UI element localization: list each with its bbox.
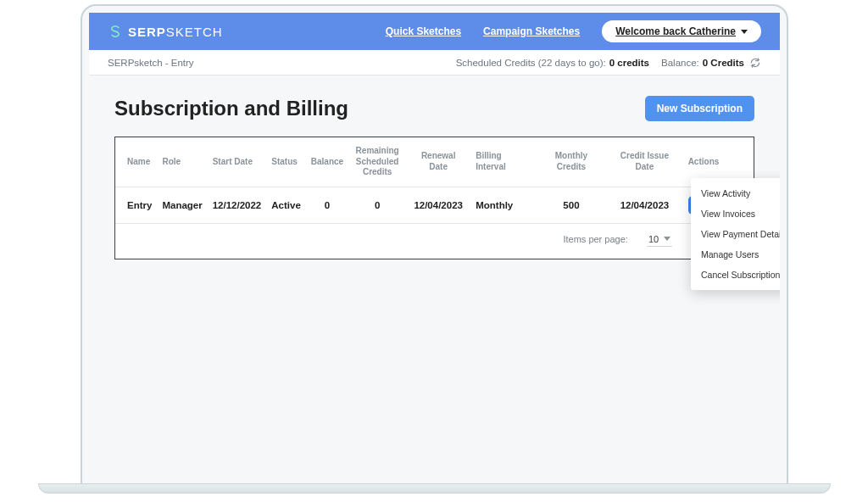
- col-role: Role: [157, 137, 207, 187]
- page-title: Subscription and Billing: [114, 97, 348, 120]
- status-bar: SERPsketch - Entry Scheduled Credits (22…: [89, 50, 780, 75]
- nav-quick-sketches[interactable]: Quick Sketches: [386, 25, 461, 37]
- breadcrumb: SERPsketch - Entry: [108, 58, 194, 68]
- scheduled-credits-value: 0 credits: [609, 58, 649, 68]
- user-menu-button[interactable]: Welcome back Catherine: [602, 20, 761, 42]
- table-pagination: Items per page: 10 1 – 1 of 1: [115, 224, 754, 259]
- new-subscription-button[interactable]: New Subscription: [645, 96, 754, 121]
- col-billing-interval: Billing Interval: [470, 137, 537, 187]
- balance-value: 0 Credits: [703, 58, 744, 68]
- menu-view-invoices[interactable]: View Invoices: [691, 204, 780, 224]
- table-row: Entry Manager 12/12/2022 Active 0 0 12/0…: [115, 187, 754, 223]
- cell-remaining-credits: 0: [348, 187, 406, 223]
- menu-manage-users[interactable]: Manage Users: [691, 244, 780, 265]
- menu-view-payment-details[interactable]: View Payment Details: [691, 224, 780, 244]
- col-renewal-date: Renewal Date: [406, 137, 470, 187]
- cell-role: Manager: [157, 187, 207, 223]
- actions-dropdown-menu: View Activity View Invoices View Payment…: [691, 178, 780, 290]
- col-name: Name: [115, 137, 157, 187]
- cell-balance: 0: [306, 187, 348, 223]
- items-per-page-select[interactable]: 10: [647, 232, 672, 247]
- welcome-text: Welcome back Catherine: [615, 25, 736, 37]
- cell-monthly-credits: 500: [537, 187, 607, 223]
- cell-renewal-date: 12/04/2023: [406, 187, 470, 223]
- chevron-down-icon: [741, 30, 748, 34]
- col-monthly-credits: Monthly Credits: [537, 137, 607, 187]
- col-status: Status: [266, 137, 306, 187]
- logo-s-icon: [108, 24, 123, 39]
- top-nav: SERPSKETCH Quick Sketches Campaign Sketc…: [89, 13, 780, 50]
- col-balance: Balance: [306, 137, 348, 187]
- cell-start-date: 12/12/2022: [208, 187, 267, 223]
- items-per-page-label: Items per page:: [563, 234, 627, 244]
- brand-text: SERPSKETCH: [128, 25, 223, 39]
- col-remaining-credits: Remaining Scheduled Credits: [348, 137, 406, 187]
- col-credit-issue-date: Credit Issue Date: [606, 137, 682, 187]
- scheduled-credits-label: Scheduled Credits (22 days to go):: [456, 58, 606, 68]
- cell-credit-issue-date: 12/04/2023: [606, 187, 682, 223]
- chevron-down-icon: [664, 237, 670, 241]
- page-content: Subscription and Billing New Subscriptio…: [89, 75, 780, 280]
- laptop-base: [38, 483, 831, 494]
- table-header-row: Name Role Start Date Status Balance Rema…: [115, 137, 754, 187]
- items-per-page-value: 10: [648, 234, 659, 244]
- cell-name: Entry: [115, 187, 157, 223]
- app-screen: SERPSKETCH Quick Sketches Campaign Sketc…: [89, 13, 780, 484]
- menu-cancel-subscription[interactable]: Cancel Subscription: [691, 265, 780, 285]
- menu-view-activity[interactable]: View Activity: [691, 183, 780, 204]
- nav-campaign-sketches[interactable]: Campaign Sketches: [483, 25, 580, 37]
- brand-logo[interactable]: SERPSKETCH: [108, 24, 223, 39]
- subscriptions-table: Name Role Start Date Status Balance Rema…: [114, 137, 754, 259]
- col-start-date: Start Date: [208, 137, 267, 187]
- balance-label: Balance:: [661, 58, 699, 68]
- cell-status: Active: [266, 187, 306, 223]
- refresh-icon[interactable]: [749, 57, 761, 69]
- cell-billing-interval: Monthly: [470, 187, 537, 223]
- laptop-frame: SERPSKETCH Quick Sketches Campaign Sketc…: [81, 4, 788, 486]
